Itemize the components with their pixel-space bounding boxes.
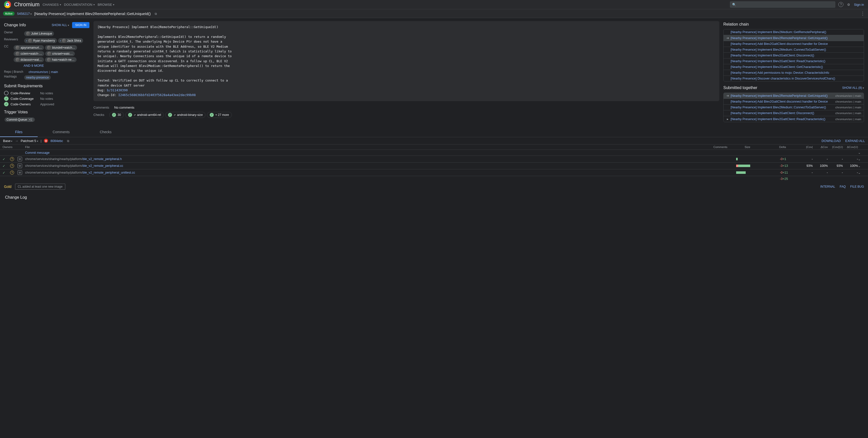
check-chip[interactable]: ✓android-binary-size (165, 112, 206, 118)
change-subheader: Active 5458217 [Nearby Presence] Impleme… (0, 9, 868, 18)
download-button[interactable]: DOWNLOAD (822, 139, 841, 143)
relation-item[interactable]: [Nearby Presence] Implement Blev2Medium:… (723, 29, 864, 35)
search-input[interactable] (736, 2, 833, 7)
change-number[interactable]: 5458217 (17, 12, 32, 15)
cc-chip[interactable]: dclasson+wat… (13, 57, 44, 62)
commit-queue-chip[interactable]: Commit-Queue +1 (4, 117, 35, 122)
relation-item[interactable]: [Nearby Presence] Add Blev2GattClient di… (723, 99, 864, 105)
copy-sha-icon[interactable] (66, 139, 69, 143)
repo-label: Repo | Branch (4, 70, 27, 73)
page-footer: Gold CL added at least one new image INT… (0, 181, 868, 192)
expand-row-icon[interactable]: ⌄ (858, 157, 866, 161)
owner-check-icon: ✓ (2, 171, 5, 175)
repo-label: chromium/src | main (835, 112, 861, 115)
tab-files[interactable]: Files (0, 128, 38, 137)
relation-item[interactable]: [Nearby Presence] Add permissions to moj… (723, 70, 864, 76)
help-icon[interactable]: ? (838, 2, 843, 7)
submit-requirement-row: ✓Code-OwnersApproved (4, 102, 89, 106)
branch-link[interactable]: main (51, 70, 58, 74)
file-row[interactable]: ✓?Mchrome/services/sharing/nearby/platfo… (0, 156, 868, 163)
footer-internal[interactable]: INTERNAL (820, 185, 835, 189)
check-chip[interactable]: ✓+ 27 more (207, 112, 231, 118)
avatar-icon (16, 58, 20, 62)
menu-browse[interactable]: BROWSE (98, 3, 115, 6)
sign-in-link[interactable]: Sign in (854, 3, 864, 6)
patchset-selector[interactable]: Patchset 5 (21, 139, 38, 143)
owner-help-icon[interactable]: ? (10, 157, 14, 161)
expand-all-button[interactable]: EXPAND ALL (845, 139, 865, 143)
check-success-icon: ✓ (112, 113, 116, 117)
modified-badge: M (18, 157, 22, 161)
repo-link[interactable]: chromium/src (29, 70, 48, 74)
arrow-icon: ➔ (726, 94, 729, 98)
search-box[interactable]: 🔍 (730, 1, 835, 8)
relation-item[interactable]: [Nearby Presence] Implement Blev2GattCli… (723, 59, 864, 64)
copy-title-icon[interactable] (153, 12, 157, 15)
more-actions-icon[interactable]: ⋮ (861, 11, 865, 16)
commit-message-row[interactable]: Commit message ⌄ (0, 150, 868, 156)
owner-help-icon[interactable]: ? (10, 164, 14, 168)
relation-item[interactable]: [Nearby Presence] Discover characteristi… (723, 76, 864, 81)
cc-chip[interactable]: blundell+watch… (45, 45, 77, 50)
hashtag-chip[interactable]: nearby-presence (24, 75, 51, 80)
relation-item[interactable]: ▸[Nearby Presence] Implement Blev2GattCl… (723, 116, 864, 122)
owner-chip[interactable]: Juliet Lévesque (24, 31, 54, 36)
change-id-link[interactable]: I2465c568636bbfd2403f5628a4a43ee2dec99b0… (118, 93, 196, 97)
reviewer-chip[interactable]: ›Ryan Hansberry (24, 38, 57, 43)
cc-chip[interactable]: hais+watch-ne… (45, 57, 76, 62)
reviewer-chip[interactable]: ›Jack Shira (58, 38, 83, 43)
relation-item[interactable]: ➔[Nearby Presence] Implement Blev2Remote… (723, 35, 864, 41)
owner-help-icon[interactable]: ? (10, 171, 14, 175)
relation-item[interactable]: [Nearby Presence] Implement Blev2Medium:… (723, 47, 864, 53)
relation-item[interactable]: [Nearby Presence] Implement Blev2Medium:… (723, 105, 864, 110)
cc-chip[interactable]: ajayramamurt… (13, 45, 44, 50)
expand-row-icon[interactable]: ⌄ (858, 164, 866, 168)
status-badge: Active (3, 11, 14, 15)
patch-filebar: Base → Patchset 5 | ✿ 8084ebc DOWNLOAD E… (0, 137, 868, 144)
and-more-link[interactable]: AND 9 MORE (24, 64, 44, 67)
cc-label: CC (4, 45, 11, 48)
expand-row-icon[interactable]: ⌄ (858, 171, 866, 175)
gear-icon[interactable] (846, 2, 851, 7)
repo-label: chromium/src | main (835, 117, 861, 121)
tab-comments[interactable]: Comments (38, 128, 85, 137)
bug-link[interactable]: b/311430390 (107, 88, 128, 92)
avatar-icon (47, 52, 51, 56)
check-success-icon: ✓ (128, 113, 132, 117)
relation-item[interactable]: [Nearby Presence] Add Blev2GattClient di… (723, 41, 864, 47)
checks-label: Checks (93, 110, 104, 117)
avatar-icon (28, 39, 32, 43)
repo-label: chromium/src | main (835, 100, 861, 103)
sha-link[interactable]: 8084ebc (51, 139, 63, 143)
show-all-button[interactable]: SHOW ALL (52, 23, 69, 27)
tab-checks[interactable]: Checks (85, 128, 127, 137)
file-row[interactable]: ✓?Mchrome/services/sharing/nearby/platfo… (0, 163, 868, 169)
sign-in-button[interactable]: SIGN IN (72, 22, 89, 28)
expand-row-icon[interactable]: ⌄ (858, 151, 866, 155)
show-all-submitted[interactable]: SHOW ALL (8) (842, 86, 864, 90)
file-row[interactable]: ✓?Mchrome/services/sharing/nearby/platfo… (0, 169, 868, 176)
relation-item[interactable]: [Nearby Presence] Implement Blev2GattCli… (723, 110, 864, 116)
relation-item[interactable]: ➔[Nearby Presence] Implement Blev2Remote… (723, 93, 864, 99)
comments-label: Comments (93, 103, 109, 110)
avatar-icon (47, 46, 51, 50)
search-icon: 🔍 (732, 2, 736, 7)
base-selector[interactable]: Base (3, 139, 12, 143)
file-table-header: Owners File Comments Size Delta |Cov| ΔC… (0, 144, 868, 150)
owner-check-icon: ✓ (2, 164, 5, 168)
avatar-icon (16, 46, 20, 50)
check-chip[interactable]: ✓30 (109, 112, 124, 118)
cc-chip[interactable]: crisrael+watc… (45, 51, 75, 56)
relation-item[interactable]: [Nearby Presence] Implement Blev2GattCli… (723, 53, 864, 59)
footer-file-bug[interactable]: FILE BUG (850, 185, 864, 189)
file-totals-row: -3 +25 (0, 176, 868, 181)
relation-item[interactable]: [Nearby Presence] Implement Blev2GattCli… (723, 64, 864, 70)
change-title: [Nearby Presence] Implement Blev2RemoteP… (34, 11, 151, 16)
footer-faq[interactable]: FAQ (840, 185, 846, 189)
menu-changes[interactable]: CHANGES (42, 3, 61, 6)
arrow-icon: ▸ (726, 117, 729, 121)
cc-chip[interactable]: cclem+watch-… (13, 51, 44, 56)
menu-documentation[interactable]: DOCUMENTATION (64, 3, 95, 6)
repo-label: chromium/src | main (835, 106, 861, 109)
check-chip[interactable]: ✓android-arm64-rel (125, 112, 164, 118)
